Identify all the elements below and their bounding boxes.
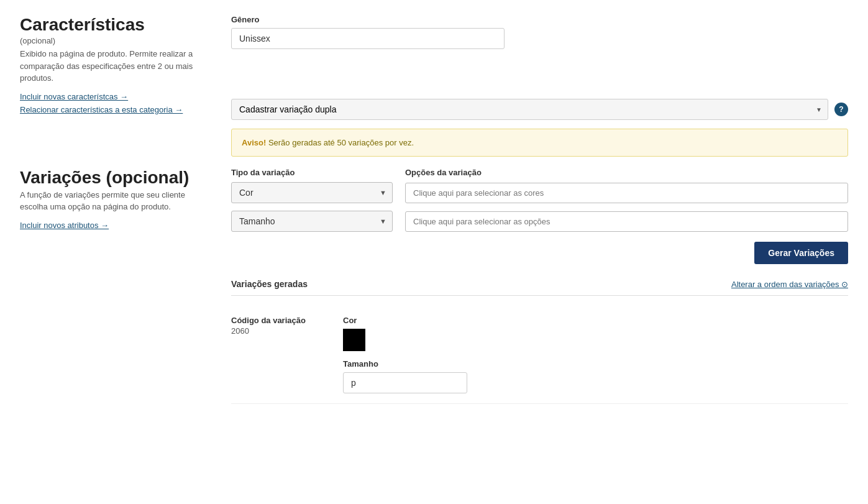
tamanho-field-label: Tamanho <box>343 359 848 369</box>
cadastrar-variacao-wrapper: Cadastrar variação dupla ? <box>231 99 848 120</box>
caracteristicas-desc: Exibido na página de produto. Permite re… <box>20 48 206 85</box>
caracteristicas-title: Características <box>20 15 206 35</box>
opcoes-tamanho-col <box>405 211 848 232</box>
var-row-cor: Cor ▼ <box>231 182 848 203</box>
genero-field: Gênero <box>231 15 505 49</box>
color-swatch <box>343 329 365 351</box>
tamanho-input[interactable] <box>343 372 467 393</box>
variacoes-geradas-title: Variações geradas <box>231 279 308 289</box>
variacoes-desc: A função de variações permite que seu cl… <box>20 189 206 213</box>
tipo-tamanho-select[interactable]: Tamanho <box>231 211 393 232</box>
relacionar-caracteristicas-link[interactable]: Relacionar características a esta catego… <box>20 105 206 114</box>
aviso-text: Serão geradas até 50 variações por vez. <box>268 138 414 147</box>
variation-card: Código da variação 2060 Cor Tamanho <box>231 306 848 404</box>
alterar-ordem-link[interactable]: Alterar a ordem das variações ⊙ <box>731 280 848 289</box>
opcoes-cor-col <box>405 183 848 203</box>
var-row-tamanho: Tamanho ▼ <box>231 211 848 232</box>
var-card-right: Cor Tamanho <box>343 316 848 393</box>
gerar-variacoes-button[interactable]: Gerar Variações <box>754 242 848 264</box>
tipo-tamanho-dropdown[interactable]: Tamanho ▼ <box>231 211 393 232</box>
aviso-label: Aviso! <box>242 138 266 147</box>
cor-field-label: Cor <box>343 316 848 325</box>
caracteristicas-optional: (opcional) <box>20 36 206 45</box>
warning-box: Aviso! Serão geradas até 50 variações po… <box>231 129 848 157</box>
opcoes-tamanho-input[interactable] <box>405 211 848 232</box>
tipo-variacao-label: Tipo da variação <box>231 168 393 177</box>
incluir-atributos-link[interactable]: Incluir novos atributos → <box>20 221 206 230</box>
genero-input[interactable] <box>231 28 505 49</box>
tipo-cor-select[interactable]: Cor <box>231 182 393 203</box>
tipo-tamanho-col: Tamanho ▼ <box>231 211 393 232</box>
genero-label: Gênero <box>231 15 505 24</box>
incluir-caracteristicas-link[interactable]: Incluir novas característcas → <box>20 92 206 101</box>
cadastrar-variacao-select[interactable]: Cadastrar variação dupla <box>231 99 828 120</box>
variacoes-title: Variações (opcional) <box>20 168 206 188</box>
codigo-variacao-label: Código da variação <box>231 316 318 325</box>
variacoes-right: Cadastrar variação dupla ? Aviso! Serão … <box>231 99 848 404</box>
help-icon[interactable]: ? <box>834 103 848 116</box>
opcoes-variacao-label: Opções da variação <box>405 168 848 177</box>
variacoes-section-left: Variações (opcional) A função de variaçõ… <box>20 168 206 230</box>
caracteristicas-section: Características (opcional) Exibido na pá… <box>20 15 206 114</box>
tipo-cor-dropdown[interactable]: Cor ▼ <box>231 182 393 203</box>
var-card-left: Código da variação 2060 <box>231 316 318 336</box>
gerar-btn-row: Gerar Variações <box>231 242 848 264</box>
opcoes-cor-input[interactable] <box>405 183 848 203</box>
var-section-labels: Tipo da variação Opções da variação <box>231 168 848 177</box>
codigo-variacao-value: 2060 <box>231 326 318 336</box>
variacoes-geradas-header: Variações geradas Alterar a ordem das va… <box>231 279 848 296</box>
tipo-cor-col: Cor ▼ <box>231 182 393 203</box>
cadastrar-variacao-select-wrapper[interactable]: Cadastrar variação dupla <box>231 99 828 120</box>
